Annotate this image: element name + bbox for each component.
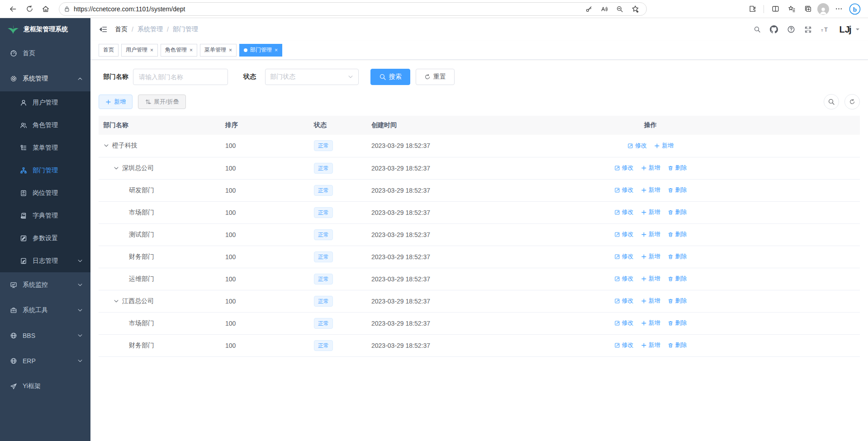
profile-avatar[interactable] (817, 3, 829, 15)
zoom-out-icon[interactable] (613, 2, 626, 16)
row-add-link[interactable]: 新增 (641, 208, 660, 216)
home-icon[interactable] (39, 2, 52, 16)
breadcrumb-item: 系统管理 (138, 25, 163, 33)
top-navbar: 首页/系统管理/部门管理 TT Ǉj (90, 18, 868, 41)
sidebar-item-role[interactable]: 角色管理 (0, 114, 90, 137)
row-modify-link[interactable]: 修改 (614, 208, 634, 216)
row-delete-link[interactable]: 删除 (668, 164, 687, 172)
row-delete-link[interactable]: 删除 (668, 297, 687, 305)
refresh-table-button[interactable] (844, 94, 860, 109)
dept-name-input[interactable] (133, 69, 228, 85)
favorite-star-icon[interactable] (628, 2, 642, 16)
sidebar-item-user[interactable]: 用户管理 (0, 91, 90, 114)
sidebar-item-tools[interactable]: 系统工具 (0, 298, 90, 323)
breadcrumb-item[interactable]: 首页 (115, 25, 128, 33)
collections-icon[interactable] (801, 2, 815, 16)
sidebar-item-bbs[interactable]: BBS (0, 323, 90, 348)
search-button[interactable]: 搜索 (370, 69, 410, 85)
table-header-row: 部门名称 排序 状态 创建时间 操作 (99, 116, 860, 135)
row-modify-link[interactable]: 修改 (614, 164, 634, 172)
font-size-icon[interactable]: TT (821, 26, 830, 33)
row-modify-link[interactable]: 修改 (627, 142, 647, 150)
browser-toolbar: https://ccnetcore.com:1101/system/dept b (0, 0, 868, 18)
row-modify-link[interactable]: 修改 (614, 186, 634, 194)
favorites-bar-icon[interactable] (785, 2, 798, 16)
row-add-link[interactable]: 新增 (641, 230, 660, 238)
sidebar-item-param[interactable]: 参数设置 (0, 227, 90, 250)
dept-sort: 100 (225, 223, 314, 246)
tag-tab-首页[interactable]: 首页 (99, 44, 119, 57)
row-add-link[interactable]: 新增 (654, 142, 674, 150)
row-add-link[interactable]: 新增 (641, 252, 660, 261)
expand-row-icon[interactable] (113, 165, 119, 171)
read-aloud-icon[interactable] (598, 2, 611, 16)
sidebar-item-home[interactable]: 首页 (0, 41, 90, 66)
row-delete-link[interactable]: 删除 (668, 230, 687, 238)
sidebar-item-dept[interactable]: 部门管理 (0, 159, 90, 182)
sidebar-item-menu[interactable]: 菜单管理 (0, 137, 90, 159)
row-modify-link[interactable]: 修改 (614, 230, 634, 238)
row-modify-link[interactable]: 修改 (614, 297, 634, 305)
url-text[interactable]: https://ccnetcore.com:1101/system/dept (74, 5, 582, 13)
settings-menu-icon[interactable] (832, 2, 845, 16)
back-icon[interactable] (6, 2, 20, 16)
sidebar-item-log[interactable]: 日志管理 (0, 250, 90, 272)
row-add-link[interactable]: 新增 (641, 341, 660, 349)
expand-row-icon[interactable] (103, 142, 109, 149)
add-button[interactable]: 新增 (99, 95, 133, 109)
table-row: 市场部门100正常2023-03-29 18:52:37修改新增删除 (99, 312, 860, 334)
user-avatar-logo[interactable]: Ǉj (839, 24, 851, 35)
row-add-link[interactable]: 新增 (641, 275, 660, 283)
row-add-link[interactable]: 新增 (641, 319, 660, 327)
tab-close-icon[interactable]: × (229, 47, 232, 53)
tag-tab-菜单管理[interactable]: 菜单管理× (200, 44, 237, 57)
app-logo[interactable]: 意框架管理系统 (0, 18, 90, 41)
refresh-icon[interactable] (23, 2, 36, 16)
tab-close-icon[interactable]: × (190, 47, 193, 53)
expand-row-icon[interactable] (113, 298, 119, 304)
sidebar-item-yi[interactable]: Yi框架 (0, 374, 90, 399)
status-badge: 正常 (314, 274, 333, 285)
header-search-icon[interactable] (754, 26, 761, 33)
row-add-link[interactable]: 新增 (641, 297, 660, 305)
row-delete-link[interactable]: 删除 (668, 186, 687, 194)
split-screen-icon[interactable] (768, 2, 782, 16)
row-delete-link[interactable]: 删除 (668, 275, 687, 283)
fullscreen-icon[interactable] (804, 26, 812, 33)
collapse-sidebar-icon[interactable] (99, 25, 108, 34)
row-add-link[interactable]: 新增 (641, 186, 660, 194)
github-icon[interactable] (770, 25, 778, 33)
status-select[interactable]: 部门状态 (265, 69, 359, 85)
user-caret-icon[interactable] (855, 27, 860, 32)
sidebar-item-dict[interactable]: 字典管理 (0, 204, 90, 227)
help-icon[interactable] (787, 25, 795, 33)
reset-button[interactable]: 重置 (416, 69, 455, 85)
password-key-icon[interactable] (582, 2, 596, 16)
row-modify-link[interactable]: 修改 (614, 252, 634, 261)
row-delete-link[interactable]: 删除 (668, 252, 687, 261)
tag-tab-用户管理[interactable]: 用户管理× (121, 44, 158, 57)
row-delete-link[interactable]: 删除 (668, 341, 687, 349)
extensions-icon[interactable] (745, 2, 759, 16)
row-modify-link[interactable]: 修改 (614, 275, 634, 283)
breadcrumb-separator: / (132, 26, 133, 33)
tab-close-icon[interactable]: × (275, 47, 278, 53)
search-icon (379, 73, 386, 81)
bing-chat-icon[interactable]: b (848, 2, 862, 16)
dept-sort: 100 (225, 157, 314, 179)
show-search-button[interactable] (824, 94, 839, 109)
row-add-link[interactable]: 新增 (641, 164, 660, 172)
row-delete-link[interactable]: 删除 (668, 208, 687, 216)
tab-close-icon[interactable]: × (150, 47, 153, 53)
row-modify-link[interactable]: 修改 (614, 341, 634, 349)
address-bar[interactable]: https://ccnetcore.com:1101/system/dept (59, 2, 647, 16)
sidebar-item-monitor[interactable]: 系统监控 (0, 272, 90, 298)
expand-collapse-button[interactable]: 展开/折叠 (138, 95, 186, 109)
row-modify-link[interactable]: 修改 (614, 319, 634, 327)
sidebar-item-system[interactable]: 系统管理 (0, 66, 90, 91)
sidebar-item-erp[interactable]: ERP (0, 348, 90, 374)
tag-tab-角色管理[interactable]: 角色管理× (161, 44, 197, 57)
sidebar-item-post[interactable]: 岗位管理 (0, 182, 90, 204)
row-delete-link[interactable]: 删除 (668, 319, 687, 327)
tag-tab-部门管理[interactable]: 部门管理× (239, 44, 282, 57)
